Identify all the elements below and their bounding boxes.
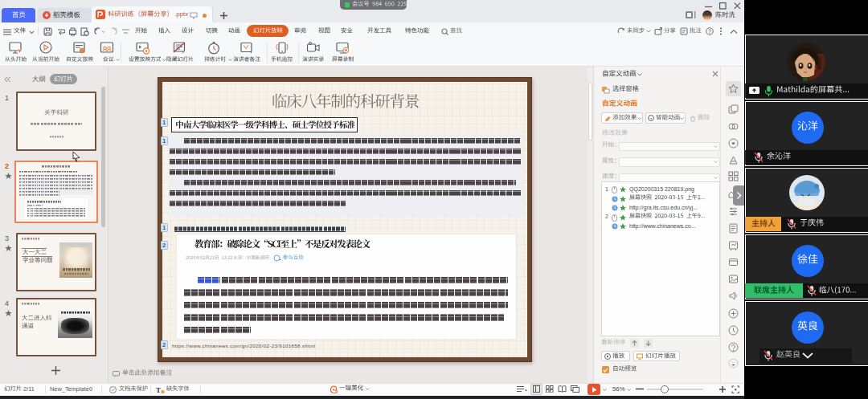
- svg-text:T: T: [156, 386, 161, 393]
